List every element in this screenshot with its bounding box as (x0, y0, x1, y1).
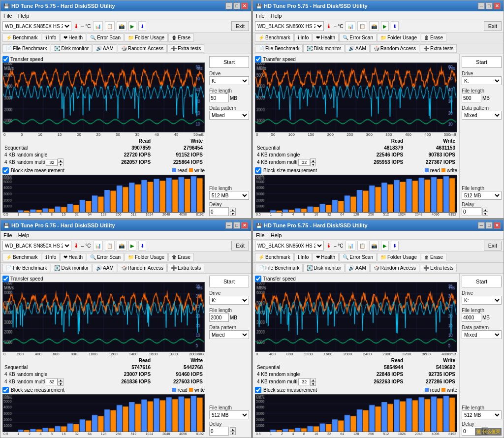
multi-down[interactable]: ▼ (310, 382, 316, 386)
file-length-select-2[interactable]: 512 MB (209, 191, 249, 200)
icon-btn-3[interactable]: 📸 (369, 241, 379, 250)
data-pattern-select[interactable]: Mixed (209, 111, 249, 120)
icon-btn-2[interactable]: 📋 (105, 241, 115, 250)
start-button[interactable]: Start (209, 56, 249, 68)
tab-health[interactable]: ❤Health (313, 253, 339, 261)
tab-random-access[interactable]: 🎲Random Access (370, 44, 419, 53)
close-button[interactable]: ✕ (494, 222, 501, 229)
start-button[interactable]: Start (209, 276, 249, 287)
tab-benchmark[interactable]: ⚡Benchmark (2, 33, 41, 42)
multi-value[interactable] (46, 378, 58, 385)
tab-disk-monitor[interactable]: 💽Disk monitor (303, 264, 345, 272)
exit-button[interactable]: Exit (484, 21, 502, 31)
transfer-speed-checkbox[interactable] (255, 276, 261, 282)
minimize-button[interactable]: ─ (478, 2, 485, 9)
multi-down[interactable]: ▼ (58, 162, 63, 166)
delay-up[interactable]: ▲ (482, 427, 488, 431)
tab-error-scan[interactable]: 🔍Error Scan (87, 33, 124, 42)
delay-input[interactable] (462, 427, 481, 436)
icon-btn-5[interactable]: ⬇ (138, 21, 146, 31)
icon-btn-4[interactable]: ▶ (128, 21, 136, 31)
tab-erase[interactable]: 🗑Erase (421, 33, 446, 42)
close-button[interactable]: ✕ (241, 2, 248, 9)
icon-btn-5[interactable]: ⬇ (391, 21, 399, 31)
tab-erase[interactable]: 🗑Erase (421, 253, 446, 261)
tab-erase[interactable]: 🗑Erase (168, 33, 194, 42)
menu-item-file[interactable]: File (256, 13, 265, 19)
menu-item-help[interactable]: Help (18, 232, 30, 238)
icon-btn-1[interactable]: 📊 (346, 241, 355, 250)
tab-aam[interactable]: 🔊AAM (345, 264, 370, 272)
minimize-button[interactable]: ─ (478, 222, 485, 229)
maximize-button[interactable]: □ (486, 2, 493, 9)
tab-benchmark[interactable]: ⚡Benchmark (255, 253, 294, 261)
multi-down[interactable]: ▼ (310, 162, 316, 166)
multi-spinner[interactable]: ▲ ▼ (46, 158, 63, 166)
data-pattern-select[interactable]: Mixed (209, 330, 249, 339)
exit-button[interactable]: Exit (231, 21, 249, 31)
tab-folder-usage[interactable]: 📁Folder Usage (125, 33, 168, 42)
menu-item-file[interactable]: File (3, 232, 12, 238)
multi-value[interactable] (298, 378, 310, 385)
drive-select[interactable]: K: (462, 76, 502, 85)
file-length-input[interactable] (209, 94, 229, 102)
tab-extra-tests[interactable]: ➕Extra tests (167, 44, 204, 53)
exit-button[interactable]: Exit (484, 241, 502, 250)
menu-item-help[interactable]: Help (271, 13, 282, 19)
tab-folder-usage[interactable]: 📁Folder Usage (125, 253, 168, 261)
multi-up[interactable]: ▲ (310, 158, 316, 162)
delay-input[interactable] (462, 207, 481, 216)
multi-up[interactable]: ▲ (310, 378, 316, 382)
block-size-checkbox[interactable] (2, 387, 9, 393)
icon-btn-1[interactable]: 📊 (93, 21, 103, 31)
close-button[interactable]: ✕ (241, 222, 248, 229)
tab-error-scan[interactable]: 🔍Error Scan (87, 253, 124, 261)
icon-btn-5[interactable]: ⬇ (138, 241, 146, 250)
tab-extra-tests[interactable]: ➕Extra tests (167, 264, 204, 272)
exit-button[interactable]: Exit (231, 241, 249, 250)
tab-info[interactable]: ℹInfo (294, 33, 313, 42)
tab-benchmark[interactable]: ⚡Benchmark (255, 33, 294, 42)
tab-random-access[interactable]: 🎲Random Access (118, 264, 167, 272)
tab-file-benchmark[interactable]: 📄File Benchmark (255, 44, 303, 53)
multi-value[interactable] (46, 159, 58, 166)
menu-item-file[interactable]: File (3, 13, 12, 19)
delay-down[interactable]: ▼ (230, 431, 236, 435)
tab-aam[interactable]: 🔊AAM (345, 44, 370, 53)
multi-value[interactable] (298, 159, 310, 166)
icon-btn-3[interactable]: 📸 (369, 21, 379, 31)
delay-spinner[interactable]: ▲ ▼ (482, 427, 488, 435)
drive-selector[interactable]: WD_BLACK SN850X HS 2000GB (2000 g (2, 21, 71, 31)
icon-btn-2[interactable]: 📋 (357, 241, 367, 250)
delay-spinner[interactable]: ▲ ▼ (230, 427, 236, 435)
icon-btn-4[interactable]: ▶ (381, 241, 389, 250)
delay-spinner[interactable]: ▲ ▼ (482, 208, 488, 216)
icon-btn-1[interactable]: 📊 (93, 241, 103, 250)
delay-spinner[interactable]: ▲ ▼ (230, 208, 236, 216)
tab-benchmark[interactable]: ⚡Benchmark (2, 253, 41, 261)
maximize-button[interactable]: □ (486, 222, 493, 229)
delay-down[interactable]: ▼ (482, 212, 488, 216)
tab-extra-tests[interactable]: ➕Extra tests (420, 44, 457, 53)
drive-selector[interactable]: WD_BLACK SN850X HS 2000GB (2000 g (255, 241, 324, 250)
tab-file-benchmark[interactable]: 📄File Benchmark (2, 264, 50, 272)
icon-btn-2[interactable]: 📋 (357, 21, 367, 31)
menu-item-help[interactable]: Help (271, 232, 282, 238)
multi-down[interactable]: ▼ (58, 382, 63, 386)
tab-error-scan[interactable]: 🔍Error Scan (339, 33, 377, 42)
file-length-input[interactable] (462, 94, 481, 102)
tab-erase[interactable]: 🗑Erase (168, 253, 194, 261)
icon-btn-4[interactable]: ▶ (128, 241, 136, 250)
transfer-speed-checkbox[interactable] (255, 56, 261, 63)
block-size-checkbox[interactable] (2, 167, 9, 174)
multi-up[interactable]: ▲ (58, 378, 63, 382)
data-pattern-select[interactable]: Mixed (462, 111, 502, 120)
delay-down[interactable]: ▼ (482, 431, 488, 435)
multi-spinner[interactable]: ▲ ▼ (298, 378, 316, 386)
transfer-speed-checkbox[interactable] (2, 56, 9, 63)
delay-down[interactable]: ▼ (230, 212, 236, 216)
file-length-select-2[interactable]: 512 MB (462, 410, 502, 419)
multi-up[interactable]: ▲ (58, 158, 63, 162)
drive-select[interactable]: K: (209, 296, 249, 305)
maximize-button[interactable]: □ (233, 2, 240, 9)
